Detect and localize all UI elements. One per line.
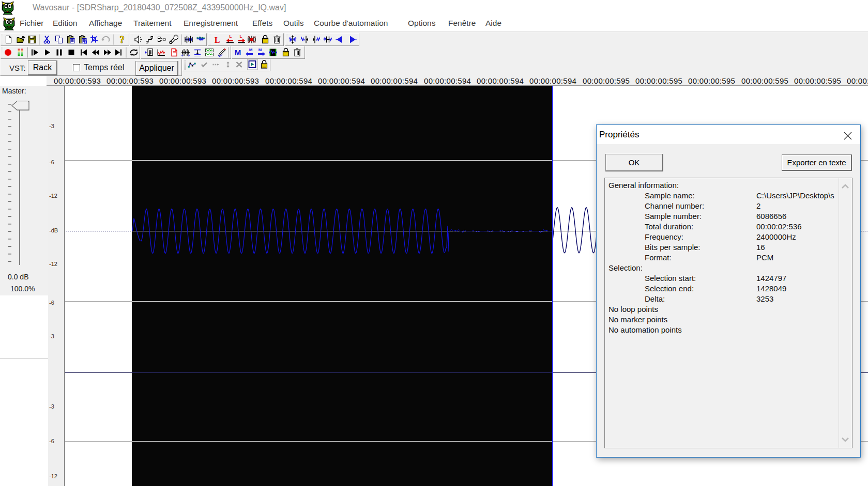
- svg-text:L: L: [240, 34, 242, 39]
- svg-text:L: L: [230, 34, 232, 39]
- svg-text:?: ?: [120, 35, 125, 45]
- svg-text:M: M: [235, 48, 241, 57]
- svg-text:L: L: [215, 36, 220, 44]
- svg-text:M: M: [249, 48, 253, 52]
- svg-text:M: M: [258, 48, 262, 52]
